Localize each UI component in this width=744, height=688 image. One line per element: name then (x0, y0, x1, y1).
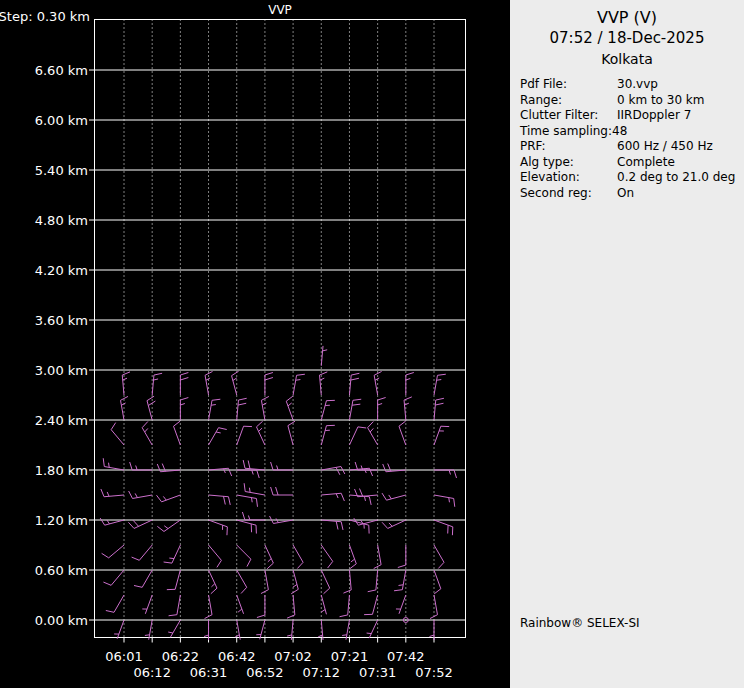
wind-barb (288, 421, 295, 445)
wind-barb (237, 545, 251, 567)
wind-barb (382, 493, 406, 500)
info-label: Pdf File: (520, 77, 617, 93)
wind-barb (237, 495, 258, 507)
y-axis-label: 0.60 km (35, 563, 88, 578)
wind-barb (106, 595, 124, 612)
wind-barb (180, 373, 188, 396)
wind-barb (237, 426, 252, 445)
wind-barb (256, 421, 264, 445)
wind-barb (209, 428, 227, 445)
wind-barb (169, 595, 181, 616)
wind-barb (265, 373, 273, 396)
wind-barb (103, 570, 124, 585)
info-row: PRF:600 Hz / 450 Hz (520, 139, 744, 155)
wind-barb (434, 470, 457, 478)
wind-barb (434, 520, 453, 535)
wind-barb (156, 495, 180, 502)
wind-barb (398, 545, 406, 568)
wind-barb (205, 595, 212, 619)
wind-barb (209, 495, 231, 505)
wind-barb (394, 570, 406, 591)
info-label: Clutter Filter: (520, 108, 617, 124)
wind-barb (287, 595, 295, 618)
info-value: 600 Hz / 450 Hz (617, 139, 744, 155)
wind-barb (321, 545, 332, 568)
x-axis-label: 07:12 (303, 665, 340, 680)
wind-barb (232, 371, 239, 395)
info-label: Second reg: (520, 186, 617, 202)
wind-profile-plot: 6.60 km6.00 km5.40 km4.80 km4.20 km3.60 … (0, 0, 510, 688)
y-axis-label: 5.40 km (35, 163, 88, 178)
wind-barb (434, 426, 449, 445)
wind-barb (349, 468, 372, 476)
x-axis-label: 07:21 (331, 649, 368, 664)
info-value: IIRDoppler 7 (617, 108, 744, 124)
info-row: Range:0 km to 30 km (520, 93, 744, 109)
plot-title: VVP (268, 3, 292, 17)
info-value: 0 km to 30 km (617, 93, 744, 109)
info-panel: VVP (V) 07:52 / 18-Dec-2025 Kolkata Pdf … (510, 0, 744, 688)
x-axis-label: 07:52 (415, 665, 452, 680)
x-axis-label: 06:31 (190, 665, 227, 680)
wind-barb (321, 595, 326, 614)
wind-barb (242, 512, 265, 520)
wind-barb (434, 374, 446, 395)
wind-barb (134, 570, 152, 587)
wind-barb (349, 427, 366, 445)
wind-barb (209, 468, 232, 476)
wind-barb (235, 620, 240, 640)
info-row: Pdf File:30.vvp (520, 77, 744, 93)
y-axis-label: 6.00 km (35, 113, 88, 128)
info-value: 0.2 deg to 21.0 deg (617, 170, 744, 186)
wind-barb (430, 595, 437, 619)
wind-barb (320, 372, 328, 395)
wind-barb (378, 398, 386, 421)
wind-barb (406, 373, 414, 396)
wind-barb (243, 460, 265, 470)
wind-barb (130, 462, 153, 470)
wind-barb (209, 520, 228, 535)
wind-barb (142, 595, 152, 614)
brand-footer: Rainbow® SELEX-SI (520, 616, 640, 630)
wind-barb (257, 595, 265, 618)
wind-barb (111, 423, 124, 445)
wind-barb (132, 545, 153, 560)
y-axis-label: 0.00 km (35, 613, 88, 628)
wind-barb (321, 400, 335, 420)
wind-barb (157, 464, 180, 472)
wind-barb (404, 397, 412, 420)
site-name: Kolkata (510, 51, 744, 67)
wind-barb (209, 570, 217, 594)
wind-barb (368, 570, 378, 592)
product-title: VVP (V) (510, 8, 744, 27)
wind-barb (261, 570, 268, 594)
info-row: Second reg:On (520, 186, 744, 202)
wind-barb (321, 346, 327, 366)
wind-barb (293, 374, 305, 395)
wind-barb (434, 545, 444, 568)
wind-barb (343, 570, 351, 593)
wind-barb (291, 570, 298, 594)
wind-barb (321, 467, 345, 475)
wind-barb (287, 620, 293, 640)
info-label: PRF: (520, 139, 617, 155)
x-axis-label: 07:31 (359, 665, 396, 680)
wind-barb (237, 520, 257, 534)
info-label: Time sampling:48 (520, 124, 617, 140)
step-label: Step: 0.30 km (0, 9, 90, 24)
vvp-product-window: 6.60 km6.00 km5.40 km4.80 km4.20 km3.60 … (0, 0, 744, 688)
wind-barb (368, 422, 378, 445)
wind-barb (256, 620, 265, 639)
y-axis-label: 3.60 km (35, 313, 88, 328)
wind-barb (342, 620, 349, 640)
x-axis-label: 06:52 (246, 665, 283, 680)
wind-barb (434, 398, 444, 420)
info-row: Elevation:0.2 deg to 21.0 deg (520, 170, 744, 186)
info-row: Time sampling:48 (520, 124, 744, 140)
wind-barb (374, 371, 381, 395)
wind-barb (286, 396, 293, 420)
wind-barb (237, 595, 244, 614)
wind-barb (321, 520, 343, 530)
info-label: Alg type: (520, 155, 617, 171)
wind-barb (383, 464, 406, 472)
